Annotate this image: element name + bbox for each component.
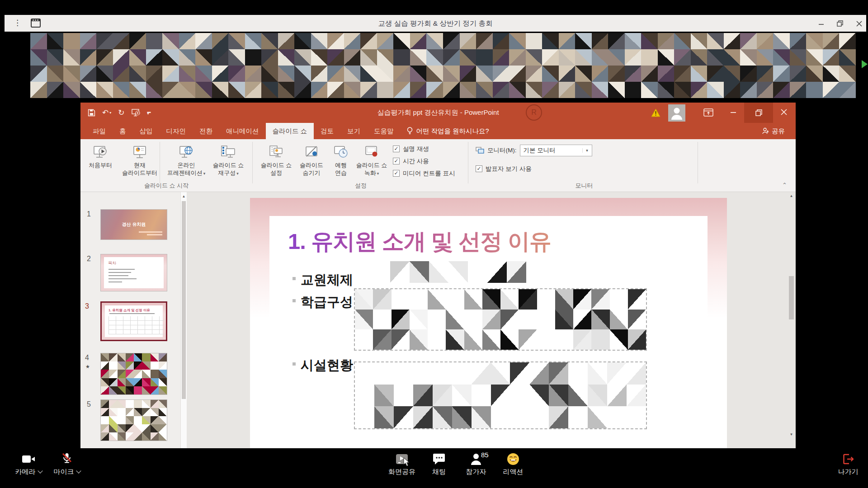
participants-button[interactable]: 85 참가자 (456, 452, 496, 476)
tab-slideshow[interactable]: 슬라이드 쇼 (266, 123, 314, 139)
tab-help[interactable]: 도움말 (367, 123, 401, 139)
slideshow-ribbon: 처음부터 현재슬라이드부터 온라인프레젠테이션▾ 슬라이드 쇼재구성▾ 슬라이드… (80, 139, 796, 192)
tell-me-search[interactable]: 어떤 작업을 원하시나요? (407, 123, 489, 139)
screen-share-button[interactable]: 화면공유 (382, 452, 422, 476)
rehearse-timings-button[interactable]: 예행연습 (330, 141, 352, 177)
restore-button[interactable] (835, 19, 844, 28)
check-show-media-controls[interactable]: ✓미디어 컨트롤 표시 (393, 167, 455, 179)
undo-icon[interactable]: ↶▾ (102, 108, 111, 117)
collapse-ribbon-icon[interactable]: ⌃ (782, 182, 787, 188)
canvas-scrollbar[interactable]: ▲ ▼ (788, 194, 795, 446)
ppt-minimize-button[interactable] (729, 109, 738, 115)
slide-number: 4 (85, 354, 89, 362)
slide-bullet: 학급구성 (301, 293, 353, 311)
warning-icon[interactable] (651, 108, 660, 117)
slide-thumbnail-1[interactable]: 경산 유치원 (100, 209, 167, 240)
minimize-button[interactable] (816, 19, 826, 28)
reactions-button[interactable]: 리액션 (493, 452, 533, 476)
mouse-cursor (403, 457, 410, 467)
slide-bullet: 교원체제 (301, 271, 353, 289)
ppt-restore-button[interactable] (744, 103, 773, 123)
camera-icon (22, 454, 35, 464)
leave-button[interactable]: 나가기 (828, 452, 868, 476)
checkbox-icon: ✓ (476, 165, 482, 172)
thumb-subtitle-line (147, 234, 162, 235)
slide-canvas: 1. 유치원 소개 및 선정 이유 교원체제 학급구성 시설현황 (187, 192, 796, 448)
censored-region (371, 261, 565, 283)
customize-qat-icon[interactable]: ▬▾ (147, 111, 151, 115)
camera-button[interactable]: 카메라 (8, 452, 49, 476)
scrollbar-thumb[interactable] (182, 201, 186, 399)
start-slideshow-icon[interactable] (132, 109, 141, 117)
ppt-title-bar: ↶▾ ↻ ▬▾ 실습평가회 ppt 경산유치원 - PowerPoint R (80, 103, 796, 123)
checkbox-icon: ✓ (393, 158, 400, 164)
bullet-marker (292, 362, 296, 366)
from-current-slide-button[interactable]: 현재슬라이드부터 (118, 141, 162, 177)
tab-view[interactable]: 보기 (340, 123, 367, 139)
chat-button[interactable]: 채팅 (419, 452, 459, 476)
tab-design[interactable]: 디자인 (160, 123, 193, 139)
strip-scroll-arrow-icon[interactable] (862, 60, 868, 68)
slide-number: 5 (87, 400, 91, 408)
panel-scrollbar[interactable]: ▲ (180, 192, 187, 448)
tab-review[interactable]: 검토 (314, 123, 340, 139)
censored-table-1 (354, 288, 647, 351)
tab-animations[interactable]: 애니메이션 (219, 123, 266, 139)
save-icon[interactable] (88, 109, 95, 117)
ribbon-display-options-icon[interactable] (703, 108, 713, 117)
tab-transitions[interactable]: 전환 (193, 123, 219, 139)
mic-button-muted[interactable]: 마이크 (47, 452, 87, 476)
scroll-up-icon[interactable]: ▲ (181, 192, 187, 198)
close-button[interactable] (854, 19, 863, 28)
thumb-content: 목차 (104, 257, 164, 288)
monitor-dropdown[interactable]: 기본 모니터 ▾ (520, 145, 592, 156)
participants-count: 85 (481, 451, 489, 459)
rehearse-timings-icon (333, 145, 349, 160)
lightbulb-icon (407, 127, 413, 135)
leave-icon (842, 453, 854, 465)
chevron-down-icon[interactable] (38, 468, 42, 473)
thumb-content: 1. 유치원 소개 및 선정 이유 (105, 305, 163, 337)
custom-slideshow-button[interactable]: 슬라이드 쇼재구성▾ (212, 141, 245, 177)
slide-thumbnail-panel: 1 경산 유치원 2 목차 (80, 192, 187, 448)
group-label-start: 슬라이드 쇼 시작 (144, 182, 189, 190)
share-button[interactable]: 공유 (762, 123, 785, 139)
slide-number: 2 (87, 255, 91, 263)
tab-insert[interactable]: 삽입 (133, 123, 160, 139)
participant-video-strip (30, 33, 856, 98)
hide-slide-button[interactable]: 슬라이드숨기기 (296, 141, 327, 177)
from-beginning-icon (93, 145, 108, 160)
present-online-button[interactable]: 온라인프레젠테이션▾ (163, 141, 210, 177)
scroll-down-icon[interactable]: ▼ (788, 432, 795, 436)
present-online-icon (179, 145, 194, 160)
ribbon-separator (252, 142, 253, 183)
slide-title: 1. 유치원 소개 및 선정 이유 (288, 227, 551, 257)
slide-thumbnail-5[interactable] (100, 399, 167, 441)
ppt-body: 1 경산 유치원 2 목차 (80, 192, 796, 448)
thumb-text-line (108, 269, 135, 270)
slide-thumbnail-4[interactable] (100, 353, 167, 395)
tab-home[interactable]: 홈 (113, 123, 133, 139)
tab-file[interactable]: 파일 (86, 123, 113, 139)
ppt-close-button[interactable] (779, 109, 788, 115)
record-slideshow-button[interactable]: 슬라이드 쇼녹화▾ (354, 141, 390, 177)
from-current-slide-icon (132, 145, 147, 160)
slide-thumbnail-2[interactable]: 목차 (100, 254, 167, 291)
account-avatar[interactable] (668, 104, 685, 122)
scrollbar-thumb[interactable] (789, 276, 794, 319)
dropdown-arrow-icon: ▾ (582, 148, 592, 153)
share-person-icon (762, 127, 769, 135)
check-use-timings[interactable]: ✓시간 사용 (393, 155, 455, 167)
scroll-up-icon[interactable]: ▲ (788, 194, 795, 198)
slide-number: 3 (85, 302, 89, 310)
check-use-presenter-view[interactable]: ✓ 발표자 보기 사용 (476, 163, 532, 175)
redo-icon[interactable]: ↻ (118, 108, 124, 117)
checkbox-icon: ✓ (393, 145, 400, 152)
check-play-narrations[interactable]: ✓설명 재생 (393, 143, 455, 155)
thumb-text-line (109, 313, 155, 314)
chevron-down-icon[interactable] (76, 468, 81, 473)
from-beginning-button[interactable]: 처음부터 (84, 141, 117, 169)
screen: ⋮ 교생 실습 평가회 & 상반기 정기 총회 ↶▾ ↻ (0, 0, 868, 488)
setup-slideshow-button[interactable]: 슬라이드 쇼설정 (254, 141, 299, 177)
slide-thumbnail-3-selected[interactable]: 1. 유치원 소개 및 선정 이유 (100, 301, 167, 341)
